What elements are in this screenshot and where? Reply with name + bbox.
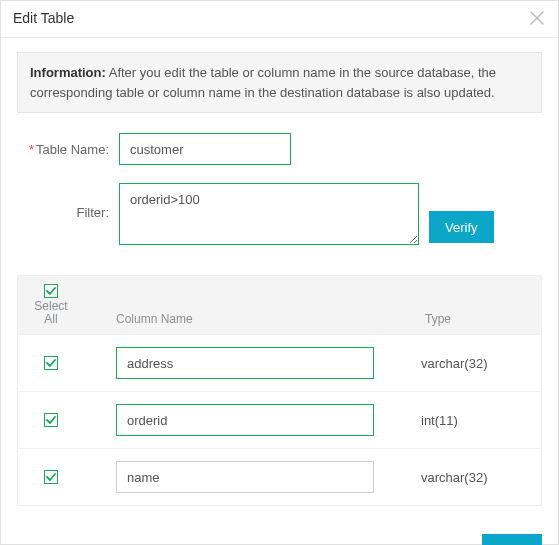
filter-label: Filter: (27, 183, 119, 220)
select-all-checkbox[interactable] (44, 284, 58, 298)
filter-input[interactable] (119, 183, 419, 245)
table-row: varchar(32) (18, 335, 541, 392)
column-type-value: int(11) (421, 413, 541, 428)
row-checkbox[interactable] (44, 356, 58, 370)
filter-row: Filter: Verify (27, 183, 532, 245)
column-type-value: varchar(32) (421, 470, 541, 485)
table-name-row: *Table Name: (27, 133, 532, 165)
dialog-body: Information: After you edit the table or… (1, 38, 558, 520)
ok-button[interactable]: OK (482, 534, 542, 545)
column-name-input[interactable] (116, 347, 374, 379)
row-checkbox[interactable] (44, 413, 58, 427)
column-name-input[interactable] (116, 404, 374, 436)
table-row: int(11) (18, 392, 541, 449)
column-name-header: Column Name (84, 276, 421, 334)
information-box: Information: After you edit the table or… (17, 52, 542, 113)
dialog-title: Edit Table (13, 10, 74, 26)
verify-button[interactable]: Verify (429, 211, 494, 243)
column-type-value: varchar(32) (421, 356, 541, 371)
select-all-label: SelectAll (34, 300, 67, 326)
edit-table-dialog: Edit Table Information: After you edit t… (0, 0, 559, 545)
titlebar: Edit Table (1, 1, 558, 38)
row-checkbox[interactable] (44, 470, 58, 484)
columns-grid: SelectAll Column Name Type varchar(32) (17, 275, 542, 506)
type-header: Type (421, 276, 541, 334)
table-name-label: *Table Name: (27, 142, 119, 157)
table-name-label-text: Table Name: (36, 142, 109, 157)
select-all-header: SelectAll (18, 276, 84, 334)
form-area: *Table Name: Filter: Verify (17, 113, 542, 271)
grid-header: SelectAll Column Name Type (18, 276, 541, 335)
required-asterisk: * (29, 142, 34, 157)
information-label: Information: (30, 65, 106, 80)
dialog-footer: OK (1, 520, 558, 545)
table-row: varchar(32) (18, 449, 541, 505)
close-icon[interactable] (528, 9, 546, 27)
column-name-input[interactable] (116, 461, 374, 493)
table-name-input[interactable] (119, 133, 291, 165)
